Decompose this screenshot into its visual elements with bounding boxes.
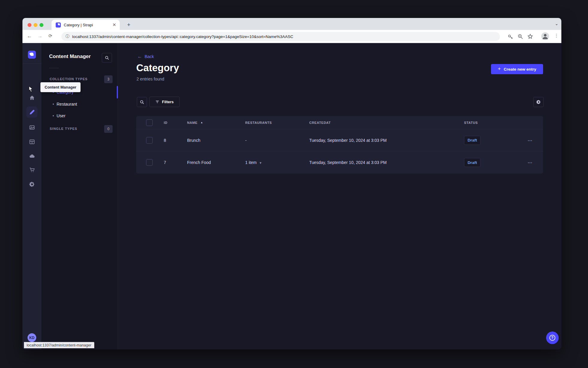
site-info-icon[interactable]: ⓘ	[66, 34, 69, 39]
close-window-button[interactable]	[28, 23, 31, 27]
cell-status: Draft	[464, 158, 481, 167]
cell-createdat: Tuesday, September 10, 2024 at 3:03 PM	[309, 138, 387, 143]
home-icon	[29, 95, 35, 101]
browser-menu-icon[interactable]: ⋮	[554, 33, 560, 39]
sidebar-item-restaurant[interactable]: Restaurant	[53, 102, 77, 107]
back-label: Back	[145, 54, 154, 59]
active-item-indicator	[117, 86, 118, 98]
sidebar-item-marketplace[interactable]	[26, 164, 37, 175]
column-header-restaurants[interactable]: RESTAURANTS	[245, 121, 272, 124]
sidebar-item-label: User	[57, 113, 66, 118]
subnav-divider	[49, 68, 59, 68]
column-header-status[interactable]: STATUS	[464, 121, 478, 124]
create-new-entry-label: Create new entry	[504, 67, 537, 72]
tab-title: Category | Strapi	[64, 23, 110, 27]
browser-toolbar: ← → ⟳ ⓘ localhost:1337/admin/content-man…	[22, 30, 561, 43]
mouse-cursor	[28, 86, 34, 93]
rail-divider	[22, 63, 41, 64]
filters-label: Filters	[162, 100, 174, 104]
minimize-window-button[interactable]	[34, 23, 37, 27]
cart-icon	[29, 167, 35, 173]
create-new-entry-button[interactable]: + Create new entry	[491, 64, 543, 74]
password-key-icon[interactable]	[507, 34, 513, 39]
address-bar[interactable]: ⓘ localhost:1337/admin/content-manager/c…	[61, 32, 500, 41]
collection-types-count-badge: 3	[104, 75, 113, 83]
sidebar-item-settings[interactable]	[26, 179, 37, 190]
status-badge: Draft	[464, 158, 481, 167]
browser-profile-avatar[interactable]	[541, 32, 549, 40]
pen-icon	[29, 109, 35, 115]
plus-icon: +	[498, 66, 501, 72]
sidebar-item-home[interactable]	[26, 92, 37, 103]
sidebar-item-content-manager[interactable]	[26, 107, 37, 118]
cell-id: 7	[164, 160, 166, 165]
browser-window: Category | Strapi ✕ + ⌄ ← → ⟳ ⓘ localhos…	[22, 18, 561, 349]
single-types-count-badge: 0	[104, 125, 113, 133]
cell-restaurants[interactable]: 1 item▼	[245, 160, 262, 165]
column-header-createdat[interactable]: CREATEDAT	[309, 121, 331, 124]
row-checkbox[interactable]	[146, 159, 153, 166]
page-title: Category	[136, 62, 179, 74]
help-button[interactable]: ?	[546, 331, 559, 344]
cell-name: French Food	[187, 160, 211, 165]
table-row[interactable]: 8 Brunch - Tuesday, September 10, 2024 a…	[136, 129, 543, 151]
sort-asc-icon: ▲	[201, 121, 203, 124]
status-badge: Draft	[464, 136, 481, 145]
cell-createdat: Tuesday, September 10, 2024 at 3:03 PM	[309, 160, 387, 165]
chevron-down-icon: ▼	[259, 161, 262, 165]
column-header-id[interactable]: ID	[164, 121, 167, 124]
forward-icon: →	[37, 33, 43, 39]
reload-icon[interactable]: ⟳	[49, 33, 52, 39]
url-text: localhost:1337/admin/content-manager/col…	[72, 34, 293, 39]
cell-id: 8	[164, 138, 166, 143]
browser-tab[interactable]: Category | Strapi ✕	[51, 20, 120, 30]
user-avatar[interactable]: KD	[28, 333, 36, 342]
new-tab-button[interactable]: +	[125, 21, 133, 29]
bookmark-star-icon[interactable]	[527, 34, 533, 39]
bullet-icon	[53, 115, 54, 116]
subnav-title: Content Manager	[49, 54, 91, 60]
filters-button[interactable]: Filters	[149, 97, 180, 107]
single-types-label: SINGLE TYPES	[50, 127, 77, 130]
zoom-extension-icon[interactable]	[517, 34, 523, 39]
collection-types-label: COLLECTION TYPES	[50, 77, 88, 81]
row-actions-button[interactable]: ⋯	[528, 137, 533, 143]
pictures-icon	[29, 124, 35, 130]
sidebar-item-content-type-builder[interactable]	[26, 136, 37, 147]
row-checkbox[interactable]	[146, 137, 153, 144]
tab-close-icon[interactable]: ✕	[112, 22, 116, 28]
search-icon	[105, 56, 109, 60]
question-mark-icon: ?	[549, 335, 555, 341]
row-actions-button[interactable]: ⋯	[528, 160, 533, 165]
back-arrow-icon: ←	[137, 54, 142, 59]
column-header-name[interactable]: NAME▲	[187, 121, 203, 124]
table-header-row: ID NAME▲ RESTAURANTS CREATEDAT STATUS	[136, 116, 543, 129]
strapi-app: KD Content Manager COLLECTION TYPES 3 Ca…	[22, 43, 561, 349]
nav-tooltip: Content Manager	[40, 82, 81, 92]
view-settings-button[interactable]	[533, 97, 544, 107]
table-row[interactable]: 7 French Food 1 item▼ Tuesday, September…	[136, 151, 543, 174]
entries-table: ID NAME▲ RESTAURANTS CREATEDAT STATUS 8 …	[136, 116, 543, 174]
sidebar-item-deploy[interactable]	[26, 150, 37, 162]
cell-restaurants: -	[245, 138, 247, 143]
subnav-search-button[interactable]	[102, 53, 112, 63]
sidebar-item-user[interactable]: User	[53, 113, 66, 118]
fullscreen-window-button[interactable]	[40, 23, 43, 27]
entries-count: 2 entries found	[137, 77, 164, 81]
sidebar-item-media-library[interactable]	[26, 122, 37, 133]
filter-icon	[155, 100, 159, 104]
tab-strip: Category | Strapi ✕ + ⌄	[22, 18, 561, 30]
tab-search-chevron-icon[interactable]: ⌄	[555, 21, 558, 26]
table-search-button[interactable]	[137, 97, 147, 107]
link-preview-status-bar: localhost:1337/admin/content-manager	[24, 342, 94, 348]
layout-icon	[29, 139, 35, 145]
back-icon[interactable]: ←	[27, 33, 32, 39]
back-link[interactable]: ← Back	[137, 54, 154, 59]
cloud-icon	[29, 153, 35, 159]
cell-name: Brunch	[187, 138, 200, 143]
strapi-logo[interactable]	[28, 51, 36, 59]
cell-status: Draft	[464, 136, 481, 145]
strapi-favicon	[56, 22, 61, 28]
select-all-checkbox[interactable]	[146, 119, 153, 126]
sidebar-item-label: Restaurant	[57, 102, 77, 107]
